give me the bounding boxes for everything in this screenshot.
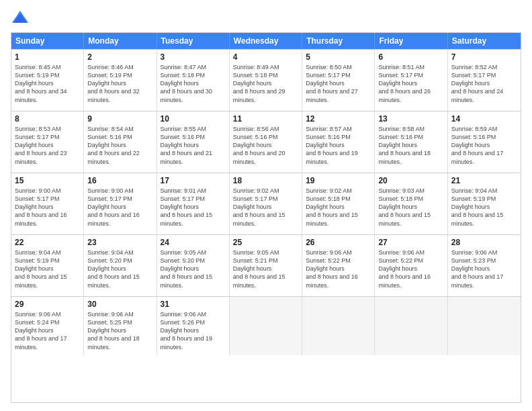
day-info: Sunrise: 9:00 AMSunset: 5:17 PMDaylight … bbox=[87, 187, 152, 228]
weekday-header: Friday bbox=[375, 33, 447, 49]
calendar-cell: 24Sunrise: 9:05 AMSunset: 5:20 PMDayligh… bbox=[157, 235, 230, 296]
day-number: 20 bbox=[378, 176, 443, 185]
day-info: Sunrise: 8:51 AMSunset: 5:17 PMDaylight … bbox=[378, 63, 443, 104]
day-number: 22 bbox=[15, 238, 80, 247]
calendar-cell: 4Sunrise: 8:49 AMSunset: 5:18 PMDaylight… bbox=[230, 50, 302, 111]
day-info: Sunrise: 9:01 AMSunset: 5:17 PMDaylight … bbox=[161, 187, 226, 228]
day-number: 21 bbox=[451, 176, 517, 185]
day-info: Sunrise: 8:54 AMSunset: 5:16 PMDaylight … bbox=[87, 125, 152, 166]
calendar-cell: 19Sunrise: 9:02 AMSunset: 5:18 PMDayligh… bbox=[302, 173, 375, 234]
day-info: Sunrise: 9:04 AMSunset: 5:19 PMDaylight … bbox=[15, 248, 80, 289]
day-info: Sunrise: 9:06 AMSunset: 5:26 PMDaylight … bbox=[161, 310, 226, 351]
day-info: Sunrise: 8:49 AMSunset: 5:18 PMDaylight … bbox=[233, 63, 298, 104]
day-info: Sunrise: 8:58 AMSunset: 5:16 PMDaylight … bbox=[378, 125, 443, 166]
day-number: 7 bbox=[451, 52, 517, 62]
day-number: 14 bbox=[451, 114, 517, 124]
logo bbox=[11, 8, 32, 27]
day-info: Sunrise: 8:56 AMSunset: 5:16 PMDaylight … bbox=[233, 125, 298, 166]
calendar-cell: 26Sunrise: 9:06 AMSunset: 5:22 PMDayligh… bbox=[302, 235, 375, 296]
calendar-cell: 20Sunrise: 9:03 AMSunset: 5:18 PMDayligh… bbox=[375, 173, 447, 234]
calendar-week: 1Sunrise: 8:45 AMSunset: 5:19 PMDaylight… bbox=[11, 49, 521, 111]
day-info: Sunrise: 8:50 AMSunset: 5:17 PMDaylight … bbox=[306, 63, 371, 104]
calendar-cell bbox=[302, 297, 375, 355]
day-info: Sunrise: 9:02 AMSunset: 5:18 PMDaylight … bbox=[306, 187, 371, 228]
day-info: Sunrise: 9:05 AMSunset: 5:21 PMDaylight … bbox=[233, 248, 298, 289]
calendar-body: 1Sunrise: 8:45 AMSunset: 5:19 PMDaylight… bbox=[11, 49, 521, 355]
calendar-cell: 27Sunrise: 9:06 AMSunset: 5:22 PMDayligh… bbox=[375, 235, 447, 296]
day-number: 1 bbox=[15, 52, 80, 62]
day-info: Sunrise: 8:47 AMSunset: 5:18 PMDaylight … bbox=[161, 63, 226, 104]
day-number: 29 bbox=[15, 300, 80, 309]
day-number: 13 bbox=[378, 114, 443, 124]
calendar-week: 8Sunrise: 8:53 AMSunset: 5:17 PMDaylight… bbox=[11, 111, 521, 173]
calendar-cell: 29Sunrise: 9:06 AMSunset: 5:24 PMDayligh… bbox=[11, 297, 84, 355]
calendar-cell: 18Sunrise: 9:02 AMSunset: 5:17 PMDayligh… bbox=[230, 173, 302, 234]
day-number: 17 bbox=[161, 176, 226, 185]
calendar-cell: 11Sunrise: 8:56 AMSunset: 5:16 PMDayligh… bbox=[230, 111, 302, 173]
calendar-cell: 2Sunrise: 8:46 AMSunset: 5:19 PMDaylight… bbox=[84, 50, 157, 111]
calendar-cell: 22Sunrise: 9:04 AMSunset: 5:19 PMDayligh… bbox=[11, 235, 84, 296]
day-info: Sunrise: 9:06 AMSunset: 5:24 PMDaylight … bbox=[15, 310, 80, 351]
calendar-cell: 23Sunrise: 9:04 AMSunset: 5:20 PMDayligh… bbox=[84, 235, 157, 296]
day-number: 24 bbox=[161, 238, 226, 247]
calendar-cell: 30Sunrise: 9:06 AMSunset: 5:25 PMDayligh… bbox=[84, 297, 157, 355]
day-info: Sunrise: 8:52 AMSunset: 5:17 PMDaylight … bbox=[451, 63, 517, 104]
day-number: 10 bbox=[161, 114, 226, 124]
calendar-cell: 10Sunrise: 8:55 AMSunset: 5:16 PMDayligh… bbox=[157, 111, 230, 173]
calendar-cell: 7Sunrise: 8:52 AMSunset: 5:17 PMDaylight… bbox=[448, 50, 521, 111]
day-number: 3 bbox=[161, 52, 226, 62]
day-info: Sunrise: 8:59 AMSunset: 5:16 PMDaylight … bbox=[451, 125, 517, 166]
weekday-header: Saturday bbox=[448, 33, 521, 49]
day-info: Sunrise: 8:46 AMSunset: 5:19 PMDaylight … bbox=[87, 63, 152, 104]
day-info: Sunrise: 9:04 AMSunset: 5:19 PMDaylight … bbox=[451, 187, 517, 228]
calendar-week: 29Sunrise: 9:06 AMSunset: 5:24 PMDayligh… bbox=[11, 296, 521, 355]
calendar: SundayMondayTuesdayWednesdayThursdayFrid… bbox=[11, 32, 521, 403]
day-number: 9 bbox=[87, 114, 152, 124]
day-info: Sunrise: 8:55 AMSunset: 5:16 PMDaylight … bbox=[161, 125, 226, 166]
calendar-cell: 8Sunrise: 8:53 AMSunset: 5:17 PMDaylight… bbox=[11, 111, 84, 173]
day-number: 6 bbox=[378, 52, 443, 62]
day-number: 15 bbox=[15, 176, 80, 185]
calendar-cell: 31Sunrise: 9:06 AMSunset: 5:26 PMDayligh… bbox=[157, 297, 230, 355]
day-info: Sunrise: 9:05 AMSunset: 5:20 PMDaylight … bbox=[161, 248, 226, 289]
weekday-header: Wednesday bbox=[230, 33, 302, 49]
calendar-cell: 21Sunrise: 9:04 AMSunset: 5:19 PMDayligh… bbox=[448, 173, 521, 234]
calendar-week: 15Sunrise: 9:00 AMSunset: 5:17 PMDayligh… bbox=[11, 173, 521, 234]
day-info: Sunrise: 9:03 AMSunset: 5:18 PMDaylight … bbox=[378, 187, 443, 228]
calendar-cell bbox=[375, 297, 447, 355]
weekday-header: Thursday bbox=[302, 33, 375, 49]
calendar-cell: 6Sunrise: 8:51 AMSunset: 5:17 PMDaylight… bbox=[375, 50, 447, 111]
day-number: 26 bbox=[306, 238, 371, 247]
calendar-cell: 15Sunrise: 9:00 AMSunset: 5:17 PMDayligh… bbox=[11, 173, 84, 234]
calendar-cell bbox=[230, 297, 302, 355]
day-info: Sunrise: 9:06 AMSunset: 5:22 PMDaylight … bbox=[306, 248, 371, 289]
calendar-cell: 28Sunrise: 9:06 AMSunset: 5:23 PMDayligh… bbox=[448, 235, 521, 296]
calendar-cell: 9Sunrise: 8:54 AMSunset: 5:16 PMDaylight… bbox=[84, 111, 157, 173]
calendar-cell: 3Sunrise: 8:47 AMSunset: 5:18 PMDaylight… bbox=[157, 50, 230, 111]
day-number: 8 bbox=[15, 114, 80, 124]
day-number: 23 bbox=[87, 238, 152, 247]
calendar-cell: 25Sunrise: 9:05 AMSunset: 5:21 PMDayligh… bbox=[230, 235, 302, 296]
day-number: 5 bbox=[306, 52, 371, 62]
calendar-container: SundayMondayTuesdayWednesdayThursdayFrid… bbox=[0, 0, 532, 411]
day-number: 18 bbox=[233, 176, 298, 185]
weekday-header: Tuesday bbox=[157, 33, 230, 49]
weekday-header: Sunday bbox=[11, 33, 84, 49]
calendar-cell: 5Sunrise: 8:50 AMSunset: 5:17 PMDaylight… bbox=[302, 50, 375, 111]
day-number: 16 bbox=[87, 176, 152, 185]
calendar-cell: 1Sunrise: 8:45 AMSunset: 5:19 PMDaylight… bbox=[11, 50, 84, 111]
day-info: Sunrise: 9:06 AMSunset: 5:22 PMDaylight … bbox=[378, 248, 443, 289]
day-number: 12 bbox=[306, 114, 371, 124]
day-number: 28 bbox=[451, 238, 517, 247]
weekday-header: Monday bbox=[84, 33, 157, 49]
calendar-cell: 16Sunrise: 9:00 AMSunset: 5:17 PMDayligh… bbox=[84, 173, 157, 234]
day-info: Sunrise: 9:00 AMSunset: 5:17 PMDaylight … bbox=[15, 187, 80, 228]
calendar-header: SundayMondayTuesdayWednesdayThursdayFrid… bbox=[11, 33, 521, 49]
day-number: 2 bbox=[87, 52, 152, 62]
day-number: 27 bbox=[378, 238, 443, 247]
day-number: 19 bbox=[306, 176, 371, 185]
day-number: 11 bbox=[233, 114, 298, 124]
calendar-cell: 12Sunrise: 8:57 AMSunset: 5:16 PMDayligh… bbox=[302, 111, 375, 173]
day-number: 31 bbox=[161, 300, 226, 309]
logo-icon bbox=[11, 8, 30, 27]
